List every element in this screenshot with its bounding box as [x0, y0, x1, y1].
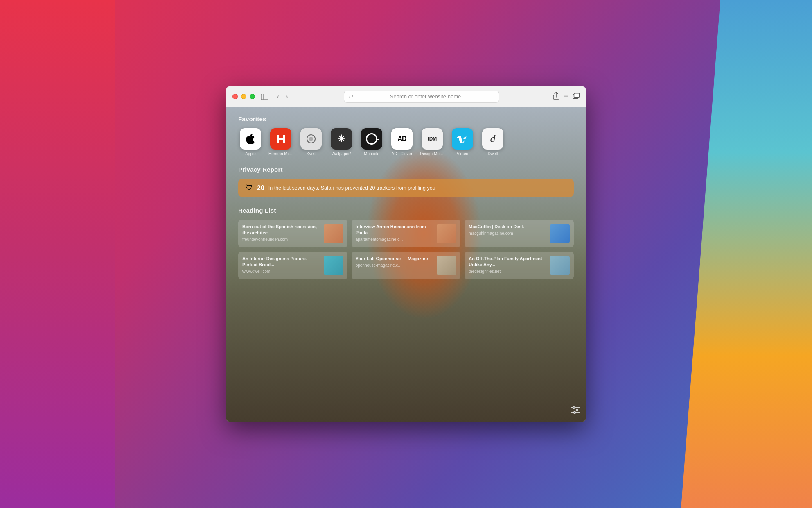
reading-text-1: Interview Armin Heinemann from Paula... … — [356, 224, 434, 242]
reading-text-3: An Interior Designer's Picture-Perfect B… — [242, 256, 320, 274]
privacy-shield-icon: 🛡 — [348, 94, 353, 100]
svg-point-13 — [574, 412, 576, 414]
reading-item-0[interactable]: Born out of the Spanish recession, the a… — [238, 220, 347, 247]
svg-rect-4 — [574, 93, 580, 97]
privacy-section: Privacy Report 🛡 20 In the last seven da… — [238, 166, 574, 197]
privacy-card[interactable]: 🛡 20 In the last seven days, Safari has … — [238, 179, 574, 197]
reading-thumb-2 — [550, 224, 570, 243]
reading-url-2: macguffinmagazine.com — [469, 231, 547, 236]
browser-content: Favorites Apple — [226, 107, 586, 422]
reading-title-2: MacGuffin | Desk on Desk — [469, 224, 547, 230]
reading-item-5[interactable]: An Off-The-Plan Family Apartment Unlike … — [465, 252, 574, 279]
reading-text-4: Your Lab Openhouse — Magazine openhouse-… — [356, 256, 434, 268]
reading-thumb-3 — [324, 256, 343, 275]
background-left — [0, 0, 115, 508]
favorites-grid: Apple Herman Miller — [238, 128, 574, 156]
reading-thumb-1 — [437, 224, 456, 243]
kvell-label: Kvell — [307, 152, 316, 156]
minimize-button[interactable] — [241, 94, 246, 99]
monocle-icon — [361, 128, 382, 150]
back-button[interactable]: ‹ — [275, 92, 282, 101]
reading-thumb-5 — [550, 256, 570, 275]
favorite-apple[interactable]: Apple — [238, 128, 263, 156]
settings-button[interactable] — [571, 406, 580, 415]
reading-text-2: MacGuffin | Desk on Desk macguffinmagazi… — [469, 224, 547, 236]
reading-title-1: Interview Armin Heinemann from Paula... — [356, 224, 434, 236]
new-tab-button[interactable]: + — [564, 92, 568, 101]
dwell-label: Dwell — [488, 152, 498, 156]
reading-title-5: An Off-The-Plan Family Apartment Unlike … — [469, 256, 547, 268]
start-page: Favorites Apple — [226, 107, 586, 422]
svg-rect-0 — [261, 94, 268, 100]
ad-clever-icon: AD — [391, 128, 413, 150]
reading-url-0: freundevonfreunden.com — [242, 237, 320, 242]
reading-text-5: An Off-The-Plan Family Apartment Unlike … — [469, 256, 547, 274]
favorites-title: Favorites — [238, 116, 574, 122]
nav-arrows: ‹ › — [275, 92, 291, 101]
reading-item-3[interactable]: An Interior Designer's Picture-Perfect B… — [238, 252, 347, 279]
favorites-section: Favorites Apple — [238, 116, 574, 156]
monocle-label: Monocle — [364, 152, 379, 156]
reading-title-4: Your Lab Openhouse — Magazine — [356, 256, 434, 262]
privacy-report-title: Privacy Report — [238, 166, 574, 173]
forward-button[interactable]: › — [283, 92, 290, 101]
traffic-lights — [232, 94, 255, 99]
apple-label: Apple — [245, 152, 256, 156]
design-museum-icon: tDM — [422, 128, 443, 150]
favorite-design-museum[interactable]: tDM Design Museum — [420, 128, 444, 156]
kvell-icon — [300, 128, 322, 150]
toolbar-right: + — [553, 92, 580, 101]
share-button[interactable] — [553, 92, 559, 101]
reading-url-5: thedesignfiles.net — [469, 269, 547, 274]
reading-thumb-0 — [324, 224, 343, 243]
svg-point-12 — [576, 409, 578, 411]
design-museum-label: Design Museum — [420, 152, 444, 156]
tab-overview-button[interactable] — [573, 93, 580, 100]
reading-title-3: An Interior Designer's Picture-Perfect B… — [242, 256, 320, 268]
reading-list-title: Reading List — [238, 207, 574, 214]
favorite-monocle[interactable]: Monocle — [359, 128, 384, 156]
maximize-button[interactable] — [250, 94, 255, 99]
svg-point-11 — [573, 407, 575, 409]
background-right — [681, 0, 812, 508]
browser-window: ‹ › 🛡 Search or enter website name + — [226, 86, 586, 422]
vimeo-label: Vimeo — [457, 152, 468, 156]
title-bar: ‹ › 🛡 Search or enter website name + — [226, 86, 586, 107]
reading-item-4[interactable]: Your Lab Openhouse — Magazine openhouse-… — [352, 252, 461, 279]
dwell-icon: d — [482, 128, 503, 150]
reading-list-section: Reading List Born out of the Spanish rec… — [238, 207, 574, 279]
privacy-count: 20 — [257, 184, 264, 192]
favorite-vimeo[interactable]: Vimeo — [450, 128, 475, 156]
favorite-wallpaper[interactable]: ✳ Wallpaper* — [329, 128, 354, 156]
wallpaper-label: Wallpaper* — [332, 152, 352, 156]
address-bar[interactable]: 🛡 Search or enter website name — [344, 91, 499, 103]
reading-url-3: www.dwell.com — [242, 269, 320, 274]
favorite-dwell[interactable]: d Dwell — [480, 128, 505, 156]
herman-miller-label: Herman Miller — [268, 152, 293, 156]
reading-url-1: apartamentomagazine.c... — [356, 237, 434, 242]
reading-text-0: Born out of the Spanish recession, the a… — [242, 224, 320, 242]
address-bar-placeholder[interactable]: Search or enter website name — [356, 93, 495, 100]
address-bar-container: 🛡 Search or enter website name — [295, 91, 548, 103]
vimeo-icon — [452, 128, 473, 150]
favorite-ad-clever[interactable]: AD AD | Clever — [390, 128, 414, 156]
ad-clever-label: AD | Clever — [392, 152, 413, 156]
favorite-kvell[interactable]: Kvell — [299, 128, 323, 156]
herman-miller-icon — [270, 128, 291, 150]
sidebar-toggle-button[interactable] — [260, 92, 270, 102]
reading-url-4: openhouse-magazine.c... — [356, 263, 434, 268]
apple-icon — [240, 128, 261, 150]
reading-item-2[interactable]: MacGuffin | Desk on Desk macguffinmagazi… — [465, 220, 574, 247]
wallpaper-icon: ✳ — [331, 128, 352, 150]
reading-item-1[interactable]: Interview Armin Heinemann from Paula... … — [352, 220, 461, 247]
privacy-message: In the last seven days, Safari has preve… — [268, 185, 435, 191]
svg-point-7 — [309, 137, 313, 141]
reading-title-0: Born out of the Spanish recession, the a… — [242, 224, 320, 236]
close-button[interactable] — [232, 94, 238, 99]
reading-thumb-4 — [437, 256, 456, 275]
favorite-herman-miller[interactable]: Herman Miller — [268, 128, 293, 156]
reading-list-grid: Born out of the Spanish recession, the a… — [238, 220, 574, 279]
privacy-shield-icon: 🛡 — [246, 184, 253, 192]
